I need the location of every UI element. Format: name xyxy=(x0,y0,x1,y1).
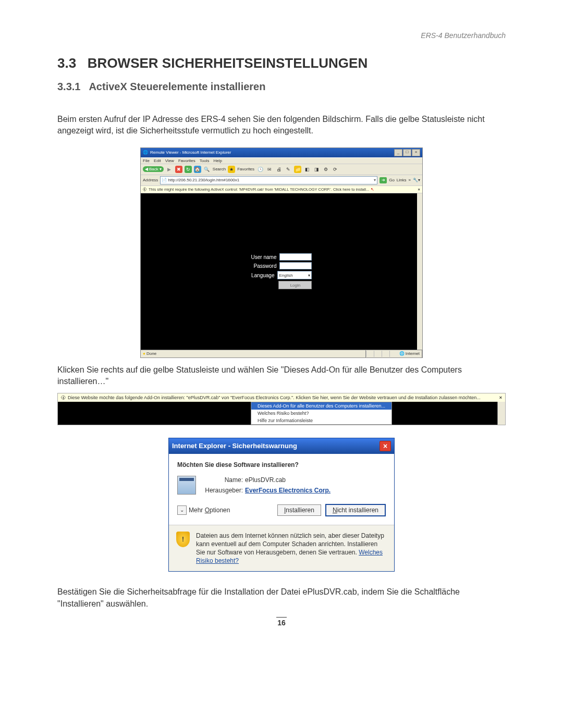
paragraph-2: Klicken Sie rechts auf die gelbe Statusl… xyxy=(57,364,506,388)
status-done: ● Done xyxy=(141,350,366,357)
more-options-toggle[interactable]: ⌄ Mehr Optionen xyxy=(177,505,230,515)
menu-tools[interactable]: Tools xyxy=(200,158,210,163)
links-label[interactable]: Links xyxy=(397,178,407,182)
ie-title: Remote Viewer - Microsoft Internet Explo… xyxy=(150,150,231,155)
name-value: ePlusDVR.cab xyxy=(245,476,386,484)
edit-icon[interactable]: ✎ xyxy=(285,166,292,173)
dont-install-button[interactable]: Nicht installieren xyxy=(325,504,386,516)
tool-icon-3[interactable]: ⚙ xyxy=(322,166,329,173)
address-label: Address xyxy=(143,178,158,182)
name-label: Name: xyxy=(199,476,243,484)
status-zone: 🌐 Internet xyxy=(397,350,422,357)
ie-toolbar: ◀ Back ▾ ▶ ✖ ↻ 🏠 🔍 Search ★ Favorites 🕓 … xyxy=(141,164,422,175)
section-number: 3.3 xyxy=(57,55,76,71)
ie-content-area: User name Password Language English ▾ Lo… xyxy=(141,193,422,350)
refresh-button[interactable]: ↻ xyxy=(185,166,192,173)
username-label: User name xyxy=(251,254,277,260)
paragraph-3: Bestätigen Sie die Sicherheitsabfrage fü… xyxy=(57,586,506,610)
subsection-number: 3.3.1 xyxy=(57,81,80,92)
software-icon xyxy=(177,476,196,495)
menu-item-install-all-users[interactable]: Dieses Add-On für alle Benutzer des Comp… xyxy=(251,402,391,410)
language-value: English xyxy=(279,273,292,278)
search-label[interactable]: Search xyxy=(213,167,226,171)
menu-view[interactable]: View xyxy=(165,158,174,163)
stop-button[interactable]: ✖ xyxy=(175,166,182,173)
home-button[interactable]: 🏠 xyxy=(194,166,201,173)
scrollbar[interactable] xyxy=(497,402,505,425)
address-input[interactable]: 📄 http://206.50.21.230/login.htm#1600x1 … xyxy=(160,176,377,184)
dialog-close-button[interactable]: × xyxy=(380,441,391,451)
ie-app-icon: 🌐 xyxy=(143,150,148,155)
ie-titlebar: 🌐 Remote Viewer - Microsoft Internet Exp… xyxy=(141,148,422,157)
yellow-infobar-2[interactable]: 🛈 Diese Website möchte das folgende Add-… xyxy=(58,393,505,402)
ie-addressbar: Address 📄 http://206.50.21.230/login.htm… xyxy=(141,175,422,186)
info-icon: 🛈 xyxy=(143,187,147,192)
tool-icon-4[interactable]: ⟳ xyxy=(332,166,339,173)
forward-button[interactable]: ▶ xyxy=(166,166,173,173)
publisher-link[interactable]: EverFocus Electronics Corp. xyxy=(245,487,386,494)
screenshot-ie-window: 🌐 Remote Viewer - Microsoft Internet Exp… xyxy=(140,147,423,358)
screenshot-infobar-menu: 🛈 Diese Website möchte das folgende Add-… xyxy=(57,393,506,425)
shield-warning-icon: ! xyxy=(176,532,190,547)
publisher-label: Herausgeber: xyxy=(199,487,243,494)
menu-item-risk[interactable]: Welches Risiko besteht? xyxy=(251,410,391,417)
info-icon: 🛈 xyxy=(61,395,66,400)
username-input[interactable] xyxy=(279,253,312,261)
tool-icon-2[interactable]: ◨ xyxy=(313,166,320,173)
minimize-button[interactable]: _ xyxy=(394,149,402,156)
dialog-title: Internet Explorer - Sicherheitswarnung xyxy=(172,442,297,450)
paragraph-1: Beim ersten Aufruf der IP Adresse des ER… xyxy=(57,114,506,137)
search-icon[interactable]: 🔍 xyxy=(203,166,211,173)
dropdown-icon[interactable]: ▾ xyxy=(374,178,376,182)
links-chevron-icon[interactable]: » xyxy=(409,178,411,182)
extra-icon[interactable]: 🔧▾ xyxy=(413,178,420,182)
section-title: 3.3 BROWSER SICHERHEITSEINSTELLUNGEN xyxy=(57,55,506,71)
close-icon[interactable]: × xyxy=(499,395,502,400)
internet-icon: 🌐 xyxy=(399,351,405,356)
favorites-icon[interactable]: ★ xyxy=(228,166,235,173)
dialog-titlebar: Internet Explorer - Sicherheitswarnung × xyxy=(169,438,394,454)
close-button[interactable]: × xyxy=(412,149,420,156)
ie-yellow-infobar[interactable]: 🛈 This site might require the following … xyxy=(141,186,422,193)
menu-file[interactable]: File xyxy=(143,158,150,163)
more-options-label: Mehr Optionen xyxy=(189,507,230,514)
history-icon[interactable]: 🕓 xyxy=(256,166,264,173)
maximize-button[interactable]: □ xyxy=(403,149,411,156)
menu-favorites[interactable]: Favorites xyxy=(178,158,195,163)
page-icon: 📄 xyxy=(162,178,167,182)
mail-icon[interactable]: ✉ xyxy=(266,166,273,173)
infobar2-text: Diese Website möchte das folgende Add-On… xyxy=(68,395,481,400)
dropdown-icon: ▾ xyxy=(308,273,310,278)
context-menu: Dieses Add-On für alle Benutzer des Comp… xyxy=(251,402,392,425)
language-label: Language xyxy=(251,273,275,278)
dialog-question: Möchten Sie diese Software installieren? xyxy=(177,461,386,468)
chevron-down-icon: ⌄ xyxy=(177,505,187,515)
print-icon[interactable]: 🖨 xyxy=(275,166,283,173)
go-label: Go xyxy=(389,178,395,182)
folder-icon[interactable]: 📁 xyxy=(294,166,301,173)
page-header: ERS-4 Benutzerhandbuch xyxy=(57,31,506,40)
cursor-icon: ↖ xyxy=(371,187,374,192)
language-select[interactable]: English ▾ xyxy=(277,271,312,279)
menu-help[interactable]: Help xyxy=(213,158,222,163)
tool-icon-1[interactable]: ◧ xyxy=(303,166,311,173)
back-button[interactable]: ◀ Back ▾ xyxy=(143,166,164,172)
password-input[interactable] xyxy=(279,262,312,269)
url-text: http://206.50.21.230/login.htm#1600x1 xyxy=(168,178,240,182)
infobar-text: This site might require the following Ac… xyxy=(149,187,369,192)
password-label: Password xyxy=(254,263,277,269)
install-button[interactable]: Installieren xyxy=(277,504,321,516)
favorites-label[interactable]: Favorites xyxy=(237,167,254,171)
section-title-text: BROWSER SICHERHEITSEINSTELLUNGEN xyxy=(88,55,368,71)
scrollbar[interactable] xyxy=(417,193,422,350)
infobar-close-icon[interactable]: × xyxy=(418,187,420,192)
menu-edit[interactable]: Edit xyxy=(154,158,161,163)
ie-statusbar: ● Done 🌐 Internet xyxy=(141,350,422,357)
subsection-title: 3.3.1 ActiveX Steuerelemente installiere… xyxy=(57,81,506,93)
go-button[interactable]: ➔ xyxy=(380,177,387,183)
page-number: 16 xyxy=(57,617,506,627)
done-icon: ● xyxy=(143,351,145,356)
login-button[interactable]: Login xyxy=(278,281,312,289)
login-form: User name Password Language English ▾ Lo… xyxy=(251,253,312,289)
menu-item-help[interactable]: Hilfe zur Informationsleiste xyxy=(251,417,391,424)
